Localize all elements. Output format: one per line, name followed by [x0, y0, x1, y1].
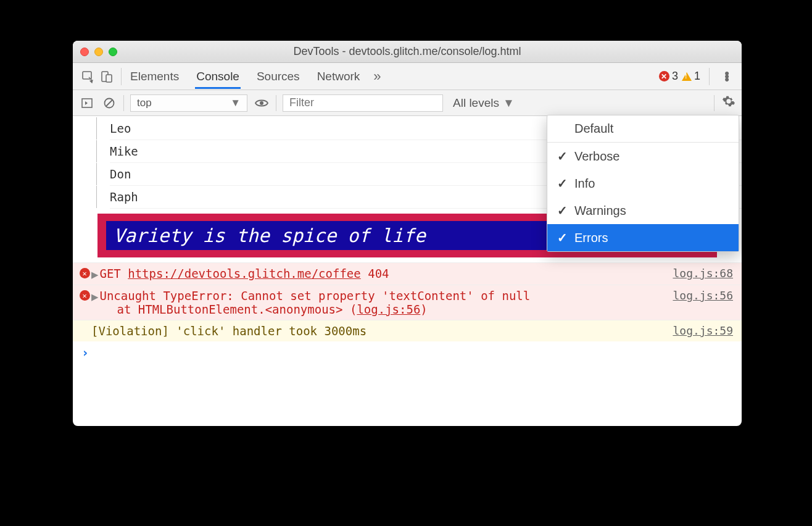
error-text: Uncaught TypeError: Cannot set property …	[99, 289, 530, 303]
level-label: Info	[574, 177, 595, 191]
execution-context-select[interactable]: top ▼	[130, 94, 247, 112]
warning-text: [Violation] 'click' handler took 3000ms	[91, 324, 663, 338]
svg-line-5	[106, 100, 112, 106]
check-icon: ✓	[557, 203, 568, 218]
blank-icon	[78, 324, 91, 325]
tab-console[interactable]: Console	[195, 64, 241, 89]
console-prompt[interactable]: ›	[73, 341, 742, 364]
source-link[interactable]: log.js:59	[663, 324, 733, 337]
device-toolbar-icon[interactable]	[97, 67, 116, 86]
console-error-row[interactable]: ✕ ▶ GET https://devtools.glitch.me/coffe…	[73, 262, 742, 285]
separator	[123, 95, 124, 111]
chevron-down-icon: ▼	[503, 96, 515, 110]
log-levels-dropdown: Default ✓ Verbose ✓ Info ✓ Warnings ✓ Er…	[547, 115, 739, 252]
warning-count: 1	[694, 70, 700, 83]
settings-menu-button[interactable]: •••	[718, 72, 735, 81]
check-icon: ✓	[557, 230, 568, 245]
error-message: GET https://devtools.glitch.me/coffee 40…	[99, 267, 663, 280]
separator	[276, 95, 276, 111]
console-warning-row[interactable]: [Violation] 'click' handler took 3000ms …	[73, 320, 742, 341]
chevron-down-icon: ▼	[230, 97, 241, 109]
level-label: Errors	[574, 231, 608, 245]
expand-arrow-icon[interactable]: ▶	[91, 289, 98, 303]
http-status: 404	[368, 267, 389, 280]
levels-item-info[interactable]: ✓ Info	[547, 170, 739, 197]
check-icon: ✓	[557, 149, 568, 164]
console-settings-icon[interactable]	[722, 94, 735, 111]
separator	[709, 68, 710, 85]
minimize-window-button[interactable]	[94, 48, 103, 56]
titlebar: DevTools - devtools.glitch.me/console/lo…	[73, 41, 742, 63]
levels-item-warnings[interactable]: ✓ Warnings	[547, 197, 739, 224]
expand-arrow-icon[interactable]: ▶	[91, 267, 98, 281]
inspect-element-icon[interactable]	[79, 67, 97, 86]
stack-prefix: at HTMLButtonElement.<anonymous> (	[117, 303, 357, 316]
error-count: 3	[672, 70, 678, 83]
traffic-lights	[80, 48, 117, 56]
close-window-button[interactable]	[80, 48, 89, 56]
devtools-tabbar: Elements Console Sources Network » ✕ 3 1…	[73, 63, 742, 90]
separator	[714, 95, 715, 111]
levels-default-item[interactable]: Default	[547, 115, 739, 143]
clear-console-icon[interactable]	[101, 95, 117, 111]
levels-item-verbose[interactable]: ✓ Verbose	[547, 143, 739, 170]
error-icon: ✕	[659, 71, 669, 81]
http-method: GET	[99, 267, 120, 280]
filter-input[interactable]	[283, 94, 443, 112]
svg-rect-2	[106, 75, 112, 82]
tab-elements[interactable]: Elements	[129, 64, 180, 89]
tab-network[interactable]: Network	[316, 64, 362, 89]
level-label: Warnings	[574, 204, 626, 218]
window-title: DevTools - devtools.glitch.me/console/lo…	[73, 45, 742, 58]
source-link[interactable]: log.js:68	[663, 267, 733, 280]
levels-label: All levels	[453, 96, 499, 110]
toggle-console-sidebar-icon[interactable]	[79, 95, 95, 111]
zoom-window-button[interactable]	[109, 48, 117, 56]
error-icon: ✕	[78, 267, 91, 278]
prompt-caret-icon: ›	[81, 345, 89, 360]
stack-source-link[interactable]: log.js:56	[357, 303, 420, 316]
default-label: Default	[574, 122, 613, 136]
tab-sources[interactable]: Sources	[255, 64, 301, 89]
level-label: Verbose	[574, 149, 619, 164]
devtools-window: DevTools - devtools.glitch.me/console/lo…	[73, 41, 742, 426]
stack-suffix: )	[420, 303, 427, 316]
source-link[interactable]: log.js:56	[663, 289, 733, 302]
error-message: Uncaught TypeError: Cannot set property …	[99, 289, 663, 316]
error-count-badge[interactable]: ✕ 3	[659, 70, 678, 83]
warning-icon	[682, 72, 692, 81]
warning-count-badge[interactable]: 1	[682, 70, 700, 83]
console-error-row[interactable]: ✕ ▶ Uncaught TypeError: Cannot set prope…	[73, 285, 742, 320]
live-expression-icon[interactable]	[254, 95, 270, 111]
panel-tabs: Elements Console Sources Network	[129, 64, 361, 89]
check-icon: ✓	[557, 176, 568, 191]
error-url[interactable]: https://devtools.glitch.me/coffee	[128, 267, 361, 280]
separator	[121, 68, 122, 85]
svg-point-6	[260, 101, 263, 105]
context-value: top	[137, 97, 152, 109]
levels-item-errors[interactable]: ✓ Errors	[547, 224, 739, 251]
log-levels-select[interactable]: All levels ▼	[453, 96, 515, 110]
more-tabs-button[interactable]: »	[373, 69, 381, 85]
error-icon: ✕	[78, 289, 91, 301]
console-toolbar: top ▼ All levels ▼	[73, 90, 742, 116]
